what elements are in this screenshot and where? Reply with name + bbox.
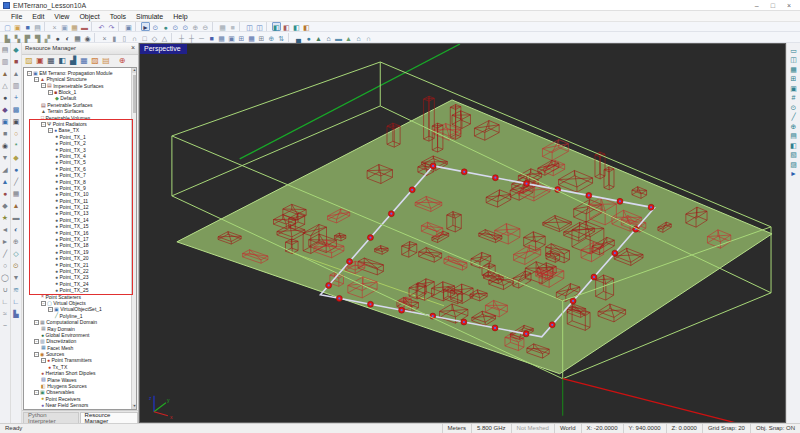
- toolbar-icon[interactable]: ×: [50, 22, 59, 31]
- toolbar-icon[interactable]: ●: [1, 93, 10, 102]
- toolbar-icon[interactable]: ▦: [70, 22, 79, 31]
- toolbar-icon[interactable]: ▣: [1, 117, 10, 126]
- toolbar-icon[interactable]: ●: [12, 165, 21, 174]
- tree-expander-icon[interactable]: −: [34, 352, 39, 357]
- toolbar-icon[interactable]: ◧: [292, 22, 301, 31]
- menu-file[interactable]: File: [6, 11, 27, 22]
- toolbar-icon[interactable]: ▯: [120, 33, 129, 42]
- toolbar-icon[interactable]: ▬: [80, 22, 89, 31]
- toolbar-icon[interactable]: ◆: [12, 45, 21, 54]
- toolbar-icon[interactable]: ▦: [218, 22, 227, 31]
- toolbar-icon[interactable]: ▜: [33, 33, 42, 42]
- toolbar-icon[interactable]: ●: [53, 33, 62, 42]
- tree-expander-icon[interactable]: −: [41, 83, 46, 88]
- tab-resource-manager[interactable]: Resource Manager: [80, 412, 138, 423]
- toolbar-icon[interactable]: ▬: [334, 33, 343, 42]
- toolbar-icon[interactable]: ▣: [12, 117, 21, 126]
- toolbar-icon[interactable]: ╱: [12, 177, 21, 186]
- toolbar-icon[interactable]: ⊕: [191, 22, 200, 31]
- toolbar-icon[interactable]: ▦: [789, 65, 798, 74]
- toolbar-icon[interactable]: △: [160, 33, 169, 42]
- scroll-up-icon[interactable]: ▲: [132, 68, 137, 73]
- tree-item-near-field-sensors[interactable]: ●Near Field Sensors: [24, 402, 136, 408]
- toolbar-icon[interactable]: ▣: [227, 33, 236, 42]
- toolbar-icon[interactable]: ▤: [1, 45, 10, 54]
- toolbar-icon[interactable]: ┼: [187, 33, 196, 42]
- toolbar-icon[interactable]: ■: [207, 33, 216, 42]
- toolbar-icon[interactable]: ◇: [150, 33, 159, 42]
- toolbar-icon[interactable]: ◢: [1, 165, 10, 174]
- toolbar-icon[interactable]: ◇: [12, 249, 21, 258]
- tree-expander-icon[interactable]: −: [27, 71, 32, 76]
- toolbar-icon[interactable]: ▲: [1, 69, 10, 78]
- toolbar-icon[interactable]: ■: [23, 22, 32, 31]
- toolbar-icon[interactable]: ≋: [12, 285, 21, 294]
- tree-expander-icon[interactable]: −: [34, 320, 39, 325]
- toolbar-icon[interactable]: ▤: [789, 131, 798, 140]
- toolbar-icon[interactable]: ⊖: [201, 22, 210, 31]
- toolbar-icon[interactable]: ▄: [294, 33, 303, 42]
- toolbar-icon[interactable]: ▲: [1, 177, 10, 186]
- toolbar-icon[interactable]: ⇅: [277, 33, 286, 42]
- tree-expander-icon[interactable]: −: [48, 128, 53, 133]
- menu-view[interactable]: View: [49, 11, 74, 22]
- tree-expander-icon[interactable]: −: [41, 301, 46, 306]
- toolbar-icon[interactable]: ⊕: [267, 33, 276, 42]
- toolbar-icon[interactable]: ▤: [33, 22, 42, 31]
- toolbar-icon[interactable]: ⊕: [12, 237, 21, 246]
- toolbar-icon[interactable]: +: [12, 93, 21, 102]
- menu-simulate[interactable]: Simulate: [131, 11, 168, 22]
- toolbar-icon[interactable]: ◆: [1, 105, 10, 114]
- toolbar-icon[interactable]: ▣: [13, 22, 22, 31]
- toolbar-icon[interactable]: ▦: [12, 189, 21, 198]
- toolbar-icon[interactable]: ▦: [79, 56, 89, 66]
- toolbar-icon[interactable]: ▧: [789, 150, 798, 159]
- toolbar-icon[interactable]: ◧: [272, 22, 281, 31]
- toolbar-icon[interactable]: ▼: [1, 153, 10, 162]
- toolbar-icon[interactable]: ▼: [12, 273, 21, 282]
- toolbar-icon[interactable]: ▲: [12, 69, 21, 78]
- toolbar-icon[interactable]: ⌂: [324, 33, 333, 42]
- toolbar-icon[interactable]: ►: [789, 169, 798, 178]
- menu-object[interactable]: Object: [74, 11, 104, 22]
- tree-expander-icon[interactable]: −: [41, 358, 46, 363]
- toolbar-icon[interactable]: □: [140, 33, 149, 42]
- toolbar-icon[interactable]: ★: [1, 213, 10, 222]
- toolbar-icon[interactable]: ►: [1, 237, 10, 246]
- 3d-scene[interactable]: zyx: [140, 44, 785, 422]
- toolbar-icon[interactable]: ▞: [43, 33, 52, 42]
- toolbar-icon[interactable]: ▨: [789, 160, 798, 169]
- toolbar-icon[interactable]: ↷: [107, 22, 116, 31]
- toolbar-icon[interactable]: ◧: [302, 22, 311, 31]
- toolbar-icon[interactable]: ◫: [789, 55, 798, 64]
- toolbar-icon[interactable]: ▨: [24, 56, 34, 66]
- toolbar-icon[interactable]: ◉: [83, 33, 92, 42]
- toolbar-icon[interactable]: ◐: [12, 225, 21, 234]
- toolbar-icon[interactable]: ∩: [130, 33, 139, 42]
- toolbar-icon[interactable]: ◫: [245, 22, 254, 31]
- tree-expander-icon[interactable]: −: [48, 90, 53, 95]
- minimize-icon[interactable]: –: [755, 1, 759, 10]
- menu-help[interactable]: Help: [168, 11, 192, 22]
- 3d-viewport[interactable]: Perspective zyx: [139, 43, 786, 423]
- title-bar[interactable]: EMTerrano_Lesson10A – □ ×: [0, 0, 800, 11]
- toolbar-icon[interactable]: ▲: [314, 33, 323, 42]
- toolbar-icon[interactable]: ◆: [1, 201, 10, 210]
- toolbar-icon[interactable]: ⌂: [354, 33, 363, 42]
- toolbar-icon[interactable]: ▙: [12, 309, 21, 318]
- status-grid-snap[interactable]: Grid Snap: 20: [702, 424, 750, 433]
- toolbar-icon[interactable]: ●: [304, 33, 313, 42]
- toolbar-icon[interactable]: ≈: [1, 309, 10, 318]
- toolbar-icon[interactable]: ▥: [12, 81, 21, 90]
- toolbar-icon[interactable]: ▣: [789, 84, 798, 93]
- toolbar-icon[interactable]: ▨: [90, 56, 100, 66]
- toolbar-icon[interactable]: ⊙: [151, 22, 160, 31]
- menu-tools[interactable]: Tools: [105, 11, 131, 22]
- toolbar-icon[interactable]: ⊞: [789, 74, 798, 83]
- toolbar-icon[interactable]: ~: [1, 321, 10, 330]
- toolbar-icon[interactable]: ╱: [789, 112, 798, 121]
- tree-expander-icon[interactable]: −: [34, 390, 39, 395]
- scroll-thumb[interactable]: [133, 75, 137, 113]
- toolbar-icon[interactable]: ▦: [217, 33, 226, 42]
- toolbar-icon[interactable]: ▣: [35, 56, 45, 66]
